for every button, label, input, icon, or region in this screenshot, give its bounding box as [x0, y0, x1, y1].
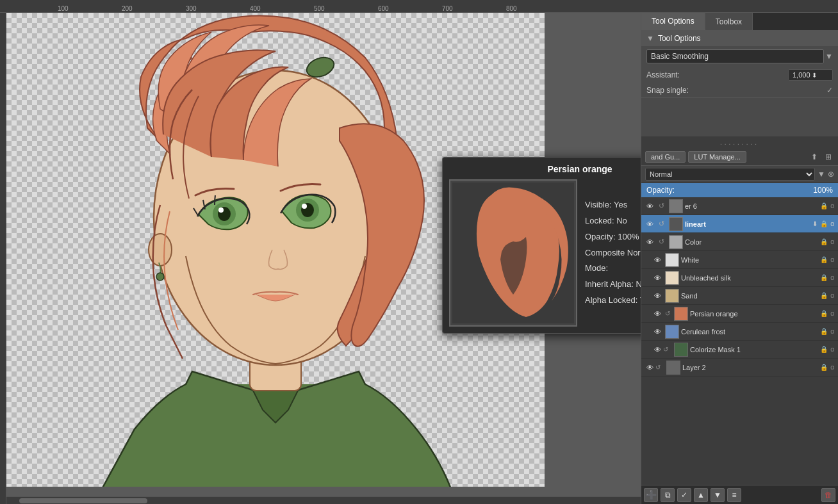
- and-gu-button[interactable]: and Gu...: [645, 151, 686, 163]
- arrow-icon: ▼: [646, 34, 654, 43]
- layer-thumb: [669, 199, 683, 213]
- layer-name: Colorize Mask 1: [690, 346, 819, 354]
- layer-action-alpha[interactable]: α: [829, 202, 835, 210]
- popup-info: Visible: Yes Locked: No Opacity: 100% Co…: [585, 179, 641, 327]
- layer-eye-icon[interactable]: 👁: [652, 292, 663, 300]
- layer-action-alpha[interactable]: α: [829, 220, 835, 228]
- stepper-icon[interactable]: ⬍: [812, 72, 817, 79]
- layer-name: lineart: [685, 220, 811, 228]
- ruler-mark-800: 800: [506, 5, 517, 12]
- opacity-label: Opacity:: [646, 186, 675, 195]
- layer-action-lock[interactable]: 🔒: [819, 273, 829, 282]
- layer-sync-icon: ↺: [655, 364, 664, 371]
- layer-action-lock[interactable]: 🔒: [819, 291, 829, 300]
- filter-reset-icon[interactable]: ⊗: [828, 170, 834, 179]
- layer-bottom-toolbar: ➕ ⧉ ✓ ▲ ▼ ≡ 🗑: [641, 485, 838, 504]
- svg-point-4: [156, 273, 164, 280]
- lut-manage-button[interactable]: LUT Manage...: [688, 151, 746, 163]
- layer-action-lock[interactable]: 🔒: [819, 327, 829, 336]
- popup-thumbnail: [449, 179, 577, 327]
- layer-action-alpha[interactable]: α: [829, 327, 835, 336]
- smoothing-dropdown[interactable]: Basic Smoothing Stabilizer None: [646, 49, 824, 63]
- tab-tool-options[interactable]: Tool Options: [641, 13, 705, 30]
- list-item[interactable]: 👁 ↺ Persian orange 🔒 α: [641, 305, 838, 323]
- assistant-label: Assistant:: [646, 70, 680, 79]
- layer-name: Unbleached silk: [681, 274, 819, 282]
- layer-thumb: [665, 271, 679, 285]
- layer-action-alpha[interactable]: α: [829, 273, 835, 282]
- assistant-value-field[interactable]: 1,000 ⬍: [788, 69, 833, 81]
- left-ruler: [0, 13, 6, 504]
- layer-action-alpha[interactable]: α: [829, 363, 835, 371]
- right-panel: Tool Options Toolbox ▼ Tool Options Basi…: [641, 13, 838, 504]
- layer-eye-icon[interactable]: 👁: [644, 202, 655, 210]
- opacity-bar[interactable]: Opacity: 100%: [641, 183, 838, 197]
- ruler-mark-600: 600: [378, 5, 389, 12]
- layer-thumb: [674, 307, 688, 321]
- layer-action-merge[interactable]: ⬇: [811, 220, 819, 228]
- layer-action-alpha[interactable]: α: [829, 256, 835, 264]
- layer-name: Color: [685, 238, 819, 246]
- snap-single-value: ✓: [826, 86, 833, 95]
- layer-action-lock[interactable]: 🔒: [819, 345, 829, 354]
- layer-sync-icon: ↺: [655, 202, 667, 210]
- tool-options-header[interactable]: ▼ Tool Options: [641, 31, 838, 46]
- list-item[interactable]: 👁 Sand 🔒 α: [641, 287, 838, 305]
- layer-action-lock[interactable]: 🔒: [819, 309, 829, 318]
- layer-eye-icon[interactable]: 👁: [652, 274, 663, 282]
- layer-thumb: [665, 325, 679, 339]
- move-up-button[interactable]: ▲: [694, 488, 708, 502]
- layer-action-lock[interactable]: 🔒: [819, 238, 829, 246]
- layer-action-alpha[interactable]: α: [829, 238, 835, 246]
- layer-eye-icon[interactable]: 👁: [652, 328, 663, 336]
- layer-thumb: [665, 253, 679, 267]
- layer-eye-icon[interactable]: 👁: [652, 310, 663, 318]
- list-item[interactable]: 👁 ↺ Color 🔒 α: [641, 233, 838, 251]
- layer-sync-icon: ↺: [655, 238, 667, 246]
- layer-action-alpha[interactable]: α: [829, 291, 835, 300]
- tab-toolbox[interactable]: Toolbox: [705, 13, 753, 30]
- tool-dropdown-row: Basic Smoothing Stabilizer None ▼: [641, 46, 838, 67]
- delete-layer-button[interactable]: 🗑: [821, 488, 835, 502]
- layer-eye-icon[interactable]: 👁: [644, 238, 655, 246]
- layer-name: Persian orange: [690, 310, 819, 318]
- layer-eye-icon[interactable]: 👁: [644, 220, 655, 228]
- snap-single-row: Snap single: ✓: [641, 83, 838, 98]
- group-layer-button[interactable]: ✓: [677, 488, 691, 502]
- panel-scroll-up[interactable]: ⬆: [809, 151, 820, 163]
- horizontal-scrollbar[interactable]: [6, 496, 641, 504]
- layer-eye-icon[interactable]: 👁: [652, 346, 663, 354]
- list-item[interactable]: 👁 Unbleached silk 🔒 α: [641, 269, 838, 287]
- layer-action-alpha[interactable]: α: [829, 309, 835, 318]
- canvas-area[interactable]: Persian orange Visible: Yes: [6, 13, 641, 504]
- move-down-button[interactable]: ▼: [711, 488, 725, 502]
- duplicate-layer-button[interactable]: ⧉: [661, 488, 675, 502]
- layer-thumb: [674, 343, 688, 357]
- list-item[interactable]: 👁 Cerulean frost 🔒 α: [641, 323, 838, 341]
- tabs-row: Tool Options Toolbox: [641, 13, 838, 31]
- add-layer-button[interactable]: ➕: [644, 488, 658, 502]
- layer-list: 👁 ↺ er 6 🔒 α 👁 ↺ lineart ⬇ 🔒 α 👁 ↺: [641, 197, 838, 485]
- layer-eye-icon[interactable]: 👁: [652, 256, 663, 264]
- list-item[interactable]: 👁 ↺ Colorize Mask 1 🔒 α: [641, 341, 838, 359]
- snap-single-label: Snap single:: [646, 86, 689, 95]
- layer-action-alpha[interactable]: α: [829, 345, 835, 354]
- layer-action-lock[interactable]: 🔒: [819, 220, 829, 228]
- ruler-mark-200: 200: [122, 5, 133, 12]
- top-ruler: 100 200 300 400 500 600 700 800: [6, 0, 641, 12]
- layer-name: Layer 2: [682, 364, 819, 371]
- layer-properties-button[interactable]: ≡: [727, 488, 741, 502]
- layer-action-lock[interactable]: 🔒: [819, 363, 829, 371]
- layer-filter-select[interactable]: Normal: [645, 168, 815, 181]
- layer-sync-icon: ↺: [663, 346, 672, 353]
- layer-action-lock[interactable]: 🔒: [819, 256, 829, 264]
- panel-filter-icon[interactable]: ⊞: [823, 151, 834, 163]
- filter-expand-icon[interactable]: ▼: [817, 170, 825, 179]
- list-item[interactable]: 👁 White 🔒 α: [641, 251, 838, 269]
- layer-thumb: [669, 217, 683, 231]
- list-item[interactable]: 👁 ↺ er 6 🔒 α: [641, 197, 838, 215]
- list-item[interactable]: 👁 ↺ lineart ⬇ 🔒 α: [641, 215, 838, 233]
- list-item[interactable]: 👁 ↺ Layer 2 🔒 α: [641, 359, 838, 377]
- layer-action-lock[interactable]: 🔒: [819, 202, 829, 210]
- layer-eye-icon[interactable]: 👁: [644, 364, 655, 371]
